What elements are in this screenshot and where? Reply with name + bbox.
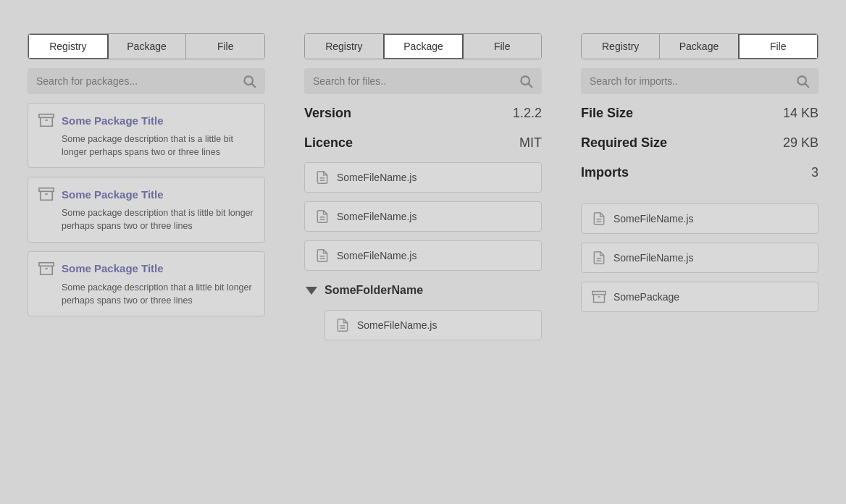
svg-line-1 [252,84,256,88]
file-tab-bar: Registry Package File [581,33,818,59]
tab-file-3[interactable]: File [738,33,818,59]
package-card-header-1: Some Package Title [38,186,254,202]
info-label-version: Version [304,106,351,121]
info-value-version: 1.2.2 [513,106,542,121]
import-name-1: SomeFileName.js [613,252,693,264]
svg-rect-6 [39,262,54,266]
package-card-header-0: Some Package Title [38,112,254,128]
file-icon-0 [315,170,330,185]
tab-package-3[interactable]: Package [660,34,738,59]
file-icon-2 [315,248,330,263]
info-row-licence: Licence MIT [304,133,542,154]
search-icon-1 [242,74,256,88]
folder-file-icon-0 [335,318,350,332]
tab-package-2[interactable]: Package [383,33,464,59]
info-label-reqsize: Required Size [581,135,667,151]
svg-rect-24 [592,292,606,295]
info-value-licence: MIT [519,135,542,151]
tab-file-2[interactable]: File [463,34,541,59]
package-desc-1: Some package description that is little … [62,206,254,232]
divider [581,192,818,195]
folder-file-item-0[interactable]: SomeFileName.js [324,310,542,340]
file-name-1: SomeFileName.js [337,211,416,222]
search-input-3[interactable] [590,75,790,87]
package-card-header-2: Some Package Title [38,261,254,277]
import-name-2: SomePackage [613,291,679,303]
registry-tab-bar: Registry Package File [28,33,265,59]
info-value-imports: 3 [811,165,818,180]
registry-panel: Registry Package File Some Package Title… [14,20,278,484]
search-input-1[interactable] [36,75,236,87]
search-icon-3 [795,74,810,88]
info-value-filesize: 14 KB [783,106,818,121]
search-bar-3 [581,68,818,94]
info-row-filesize: File Size 14 KB [581,103,818,124]
search-icon-2 [519,74,533,88]
folder-name: SomeFolderName [324,284,423,297]
package-title-2: Some Package Title [62,262,164,274]
import-file-icon-1 [592,251,606,265]
import-package-icon-2 [592,290,606,304]
panels-wrapper: Registry Package File Some Package Title… [0,6,846,498]
tab-registry-3[interactable]: Registry [582,34,660,59]
file-name-0: SomeFileName.js [337,172,416,183]
tab-package-1[interactable]: Package [108,34,187,59]
svg-line-19 [805,84,809,88]
package-title-1: Some Package Title [62,188,164,201]
svg-rect-4 [39,188,54,192]
package-desc-0: Some package description that is a littl… [62,133,254,159]
package-panel: Registry Package File Version 1.2.2 Lice… [291,20,555,484]
package-tab-bar: Registry Package File [304,33,542,59]
info-label-filesize: File Size [581,106,633,121]
tab-file-1[interactable]: File [186,34,264,59]
info-row-imports: Imports 3 [581,162,818,183]
tab-registry-2[interactable]: Registry [305,34,384,59]
file-name-2: SomeFileName.js [337,250,416,261]
folder-arrow-icon [306,287,317,295]
file-item-1[interactable]: SomeFileName.js [304,201,542,232]
package-desc-2: Some package description that a little b… [62,281,254,307]
svg-rect-2 [39,114,54,118]
search-bar-2 [304,68,542,94]
import-item-0[interactable]: SomeFileName.js [581,203,818,234]
info-row-version: Version 1.2.2 [304,103,542,124]
package-card-2[interactable]: Some Package Title Some package descript… [28,251,265,316]
package-icon-0 [38,112,54,128]
info-value-reqsize: 29 KB [783,135,818,151]
file-item-2[interactable]: SomeFileName.js [304,240,542,271]
package-icon-1 [38,186,54,202]
svg-line-9 [529,84,532,88]
info-label-licence: Licence [304,135,353,151]
file-panel: Registry Package File File Size 14 KB Re… [568,20,832,484]
search-input-2[interactable] [313,75,513,87]
search-bar-1 [28,68,265,94]
package-card-0[interactable]: Some Package Title Some package descript… [28,103,265,168]
import-name-0: SomeFileName.js [613,213,693,224]
tab-registry-1[interactable]: Registry [28,33,109,59]
info-label-imports: Imports [581,165,629,180]
import-item-2[interactable]: SomePackage [581,282,818,312]
import-item-1[interactable]: SomeFileName.js [581,243,818,273]
info-row-reqsize: Required Size 29 KB [581,133,818,154]
folder-row[interactable]: SomeFolderName [304,280,542,301]
import-file-icon-0 [592,211,606,226]
file-icon-1 [315,209,330,224]
file-item-0[interactable]: SomeFileName.js [304,162,542,193]
folder-file-name-0: SomeFileName.js [357,319,437,331]
package-card-1[interactable]: Some Package Title Some package descript… [28,177,265,242]
package-title-0: Some Package Title [62,114,164,127]
package-icon-2 [38,261,54,277]
